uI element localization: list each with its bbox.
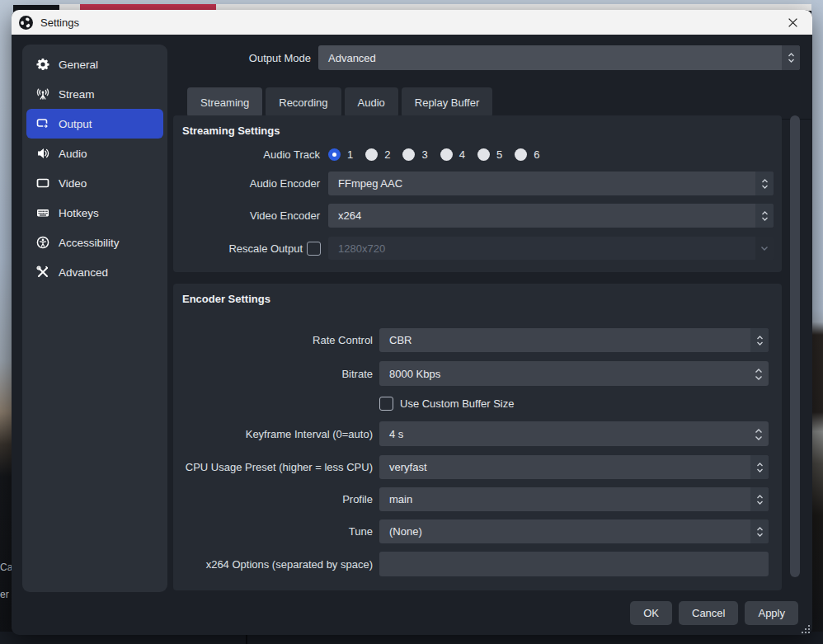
audio-track-option-5[interactable]: 5 [477,148,502,161]
profile-label: Profile [173,493,373,505]
chevron-updown-icon[interactable] [755,204,774,228]
sidebar-item-label: General [59,59,98,71]
audio-track-option-6[interactable]: 6 [515,148,539,161]
chevron-updown-icon[interactable] [750,328,769,352]
x264-options-row: x264 Options (separated by space) [173,552,782,576]
cpu-usage-preset-row: CPU Usage Preset (higher = less CPU) ver… [173,455,782,479]
sidebar-item-accessibility[interactable]: Accessibility [26,228,163,257]
rescale-output-label: Rescale Output [173,242,303,255]
cpu-usage-preset-select[interactable]: veryfast [379,455,769,479]
sidebar-item-output[interactable]: Output [26,109,163,139]
tab-recording[interactable]: Recording [266,87,341,117]
antenna-icon [35,87,49,101]
tab-label: Recording [279,96,327,109]
audio-encoder-row: Audio Encoder FFmpeg AAC [173,172,782,195]
sidebar-item-hotkeys[interactable]: Hotkeys [26,198,163,228]
close-icon [788,17,798,28]
obs-logo-icon [19,16,33,30]
dialog-footer: OK Cancel Apply [630,601,798,625]
audio-track-option-1[interactable]: 1 [328,148,353,161]
keyframe-interval-row: Keyframe Interval (0=auto) 4 s [173,421,782,446]
radio-label: 1 [347,148,353,161]
video-encoder-label: Video Encoder [173,209,320,222]
scrollbar-thumb[interactable] [790,115,800,577]
video-encoder-select[interactable]: x264 [328,204,774,228]
audio-encoder-label: Audio Encoder [173,177,320,190]
sidebar-item-audio[interactable]: Audio [26,139,163,168]
tab-streaming[interactable]: Streaming [187,87,262,117]
cpu-usage-preset-value: veryfast [379,461,427,473]
gear-icon [35,58,49,72]
rate-control-select[interactable]: CBR [379,328,769,352]
output-mode-select[interactable]: Advanced [318,45,800,70]
tune-select[interactable]: (None) [379,519,769,543]
resize-grip[interactable] [802,626,810,633]
rescale-output-row: Rescale Output 1280x720 [173,237,782,260]
settings-window: Settings General Stream Output [12,10,812,635]
output-mode-row: Output Mode Advanced [173,45,800,70]
keyframe-interval-value: 4 s [379,428,403,440]
sidebar-item-advanced[interactable]: Advanced [26,257,163,287]
sidebar-item-general[interactable]: General [26,49,163,79]
rate-control-label: Rate Control [173,334,373,346]
video-encoder-value: x264 [328,209,361,222]
use-custom-buffer-label: Use Custom Buffer Size [400,397,514,410]
profile-value: main [379,493,412,505]
video-encoder-row: Video Encoder x264 [173,204,782,228]
sidebar-item-stream[interactable]: Stream [26,79,163,109]
radio-label: 5 [496,148,502,161]
keyframe-interval-spinbox[interactable]: 4 s [379,421,769,446]
rescale-output-checkbox[interactable] [307,242,321,256]
radio-label: 3 [421,148,427,161]
cpu-usage-preset-label: CPU Usage Preset (higher = less CPU) [173,461,373,473]
chevron-updown-icon[interactable] [750,487,769,511]
encoder-settings-panel: Encoder Settings Rate Control CBR Bitrat… [173,284,782,590]
window-title: Settings [40,16,79,29]
section-title: Streaming Settings [173,115,782,137]
bitrate-value: 8000 Kbps [379,368,440,380]
output-icon [35,117,49,131]
sidebar-item-label: Video [59,177,87,190]
person-circle-icon [35,236,49,250]
chevron-updown-icon[interactable] [755,172,774,195]
tab-label: Replay Buffer [415,96,480,109]
tab-audio[interactable]: Audio [345,87,398,117]
radio-selected-icon [328,148,341,161]
chevron-updown-icon[interactable] [782,45,800,70]
titlebar[interactable]: Settings [12,10,812,35]
audio-track-row: Audio Track 1 2 3 4 5 6 [173,148,782,161]
monitor-icon [35,176,49,190]
keyboard-icon [35,206,49,220]
chevron-updown-icon[interactable] [750,455,769,479]
audio-track-option-3[interactable]: 3 [402,148,427,161]
tune-row: Tune (None) [173,519,782,543]
sidebar-item-label: Audio [59,148,87,160]
output-tabs: Streaming Recording Audio Replay Buffer [187,87,492,117]
radio-icon [402,148,415,161]
bitrate-spinbox[interactable]: 8000 Kbps [379,361,769,386]
rate-control-value: CBR [379,334,412,346]
sidebar-item-video[interactable]: Video [26,168,163,198]
profile-select[interactable]: main [379,487,769,511]
use-custom-buffer-checkbox[interactable] [379,397,393,411]
apply-button[interactable]: Apply [745,601,798,625]
profile-row: Profile main [173,487,782,511]
cancel-button[interactable]: Cancel [679,601,738,625]
spin-down-icon[interactable] [755,371,763,383]
bitrate-label: Bitrate [173,368,373,380]
tab-replay-buffer[interactable]: Replay Buffer [402,87,493,117]
radio-label: 4 [459,148,465,161]
chevron-updown-icon[interactable] [750,519,769,543]
close-button[interactable] [778,10,807,35]
radio-icon [440,148,453,161]
audio-encoder-select[interactable]: FFmpeg AAC [328,172,774,195]
audio-track-option-4[interactable]: 4 [440,148,465,161]
audio-encoder-value: FFmpeg AAC [328,177,402,190]
x264-options-input[interactable] [379,552,769,576]
ok-button[interactable]: OK [630,601,672,625]
audio-track-option-2[interactable]: 2 [365,148,390,161]
scrollbar[interactable] [790,115,800,577]
spin-down-icon[interactable] [755,431,763,444]
sidebar-item-label: Output [59,118,92,130]
tab-label: Audio [358,96,385,109]
